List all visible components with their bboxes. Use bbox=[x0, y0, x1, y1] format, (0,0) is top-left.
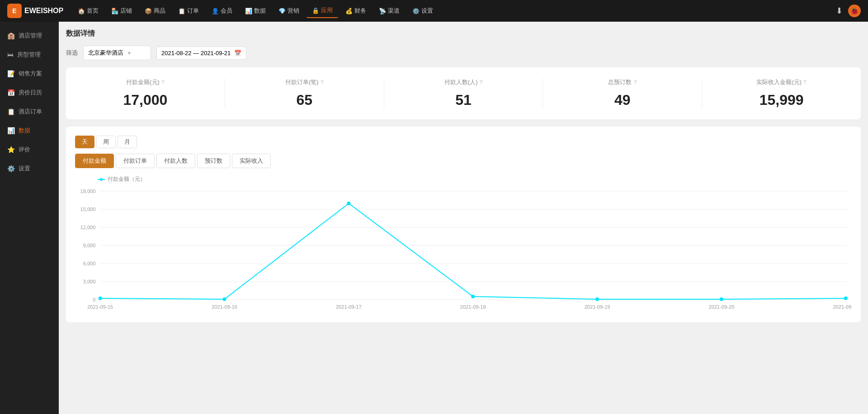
time-btn-week[interactable]: 周 bbox=[96, 136, 116, 148]
svg-point-22 bbox=[222, 297, 226, 301]
logo-text: EWEISHOP bbox=[24, 7, 63, 15]
svg-text:2021-09-19: 2021-09-19 bbox=[585, 304, 610, 310]
legend-label: 付款金额（元） bbox=[108, 175, 146, 183]
svg-point-26 bbox=[720, 297, 723, 301]
stat-label-row-2: 付款人数(人) ? bbox=[393, 78, 534, 86]
date-range-value: 2021-08-22 — 2021-09-21 bbox=[161, 50, 231, 56]
stat-label: 付款金额(元) bbox=[126, 78, 160, 86]
sidebar-item-hotel-order[interactable]: 📋 酒店订单 bbox=[0, 102, 59, 121]
nav-store[interactable]: 🏪 店铺 bbox=[106, 4, 137, 18]
sidebar-item-sales-plan[interactable]: 📝 销售方案 bbox=[0, 64, 59, 83]
help-icon-3[interactable]: ? bbox=[633, 79, 637, 85]
nav-member[interactable]: 👤 会员 bbox=[206, 4, 238, 18]
stat-value-actual-revenue: 15,999 bbox=[711, 92, 852, 108]
stat-value-payment-amount: 17,000 bbox=[75, 92, 216, 108]
chart-wrapper: 18,000 15,000 12,000 9,000 6,000 3,000 0 bbox=[75, 187, 852, 313]
help-icon-2[interactable]: ? bbox=[479, 79, 482, 85]
nav-channel[interactable]: 📡 渠道 bbox=[373, 4, 405, 18]
logo-icon: E bbox=[7, 4, 22, 18]
nav-marketing[interactable]: 💎 营销 bbox=[273, 4, 305, 18]
stat-payment-persons: 付款人数(人) ? 51 bbox=[384, 78, 543, 108]
metric-tabs: 付款金额 付款订单 付款人数 预订数 实际收入 bbox=[75, 154, 852, 168]
svg-point-23 bbox=[347, 202, 350, 205]
main-content: 数据详情 筛选 北京豪华酒店 ▼ 2021-08-22 — 2021-09-21… bbox=[59, 22, 868, 414]
sidebar: 🏨 酒店管理 🛏 房型管理 📝 销售方案 📅 房价日历 📋 酒店订单 📊 数据 … bbox=[0, 22, 59, 414]
chevron-down-icon: ▼ bbox=[127, 51, 132, 56]
svg-text:12,000: 12,000 bbox=[80, 225, 96, 230]
order-icon: 📋 bbox=[7, 108, 15, 115]
nav-home[interactable]: 🏠 首页 bbox=[72, 4, 104, 18]
legend-dot bbox=[98, 179, 105, 180]
sidebar-item-price-calendar[interactable]: 📅 房价日历 bbox=[0, 83, 59, 102]
sidebar-item-data[interactable]: 📊 数据 bbox=[0, 121, 59, 140]
svg-point-24 bbox=[471, 295, 475, 298]
svg-text:6,000: 6,000 bbox=[83, 261, 96, 266]
data-icon: 📊 bbox=[7, 127, 15, 134]
nav-finance[interactable]: 💰 财务 bbox=[340, 4, 372, 18]
nav-app[interactable]: 🔒 应用 bbox=[307, 4, 338, 18]
svg-text:2021-09-15: 2021-09-15 bbox=[87, 304, 113, 310]
nav-items: 🏠 首页 🏪 店铺 📦 商品 📋 订单 👤 会员 📊 数据 💎 营销 🔒 应用 … bbox=[72, 4, 836, 18]
svg-point-25 bbox=[595, 297, 599, 301]
top-navigation: E EWEISHOP 🏠 首页 🏪 店铺 📦 商品 📋 订单 👤 会员 📊 数据… bbox=[0, 0, 868, 22]
svg-text:3,000: 3,000 bbox=[83, 279, 96, 284]
settings-icon: ⚙️ bbox=[7, 165, 15, 172]
chart-section: 天 周 月 付款金额 付款订单 付款人数 预订数 实际收入 付款金额（元） bbox=[66, 127, 861, 322]
metric-tab-payment-amount[interactable]: 付款金额 bbox=[75, 154, 114, 168]
nav-settings[interactable]: ⚙️ 设置 bbox=[407, 4, 439, 18]
stat-payment-orders: 付款订单(笔) ? 65 bbox=[225, 78, 384, 108]
stat-value-payment-orders: 65 bbox=[234, 92, 375, 108]
stat-label-row-1: 付款订单(笔) ? bbox=[234, 78, 375, 86]
review-icon: ⭐ bbox=[7, 146, 15, 153]
sidebar-item-room-type[interactable]: 🛏 房型管理 bbox=[0, 45, 59, 64]
stat-total-reservations: 总预订数 ? 49 bbox=[543, 78, 702, 108]
stat-payment-amount: 付款金额(元) ? 17,000 bbox=[66, 78, 225, 108]
svg-point-27 bbox=[844, 296, 848, 300]
help-icon-1[interactable]: ? bbox=[321, 79, 324, 85]
chart-legend: 付款金额（元） bbox=[98, 175, 852, 183]
stat-label-2: 付款人数(人) bbox=[444, 78, 478, 86]
metric-tab-reservations[interactable]: 预订数 bbox=[197, 154, 230, 168]
metric-tab-payment-persons[interactable]: 付款人数 bbox=[156, 154, 195, 168]
svg-text:2021-09-17: 2021-09-17 bbox=[336, 304, 362, 310]
download-icon[interactable]: ⬇ bbox=[836, 6, 843, 16]
sidebar-item-settings[interactable]: ⚙️ 设置 bbox=[0, 159, 59, 178]
line-chart: 18,000 15,000 12,000 9,000 6,000 3,000 0 bbox=[75, 187, 852, 313]
sidebar-item-hotel-management[interactable]: 🏨 酒店管理 bbox=[0, 26, 59, 45]
stats-container: 付款金额(元) ? 17,000 付款订单(笔) ? 65 付款人数(人) ? … bbox=[66, 67, 861, 119]
plan-icon: 📝 bbox=[7, 70, 15, 77]
help-icon-0[interactable]: ? bbox=[161, 79, 165, 85]
hotel-icon: 🏨 bbox=[7, 32, 15, 39]
store-filter-value: 北京豪华酒店 bbox=[88, 49, 123, 57]
nav-order[interactable]: 📋 订单 bbox=[173, 4, 204, 18]
time-btn-day[interactable]: 天 bbox=[75, 136, 94, 148]
time-toggle: 天 周 月 bbox=[75, 136, 852, 148]
main-layout: 🏨 酒店管理 🛏 房型管理 📝 销售方案 📅 房价日历 📋 酒店订单 📊 数据 … bbox=[0, 22, 868, 414]
nav-data[interactable]: 📊 数据 bbox=[240, 4, 271, 18]
svg-text:2021-09-16: 2021-09-16 bbox=[212, 304, 237, 310]
store-filter-dropdown[interactable]: 北京豪华酒店 ▼ bbox=[83, 46, 151, 60]
metric-tab-actual-revenue[interactable]: 实际收入 bbox=[232, 154, 271, 168]
logo[interactable]: E EWEISHOP bbox=[7, 4, 63, 18]
sidebar-item-review[interactable]: ⭐ 评价 bbox=[0, 140, 59, 159]
svg-text:2021-09-20: 2021-09-20 bbox=[709, 304, 735, 310]
svg-point-21 bbox=[99, 296, 102, 300]
avatar[interactable]: 🐞 bbox=[848, 5, 861, 17]
nav-right: ⬇ 🐞 bbox=[836, 5, 861, 17]
date-range-picker[interactable]: 2021-08-22 — 2021-09-21 📅 bbox=[156, 47, 246, 60]
time-btn-month[interactable]: 月 bbox=[118, 136, 137, 148]
calendar-icon: 📅 bbox=[234, 50, 241, 56]
calendar-icon: 📅 bbox=[7, 89, 15, 96]
svg-text:15,000: 15,000 bbox=[80, 207, 96, 212]
metric-tab-payment-orders[interactable]: 付款订单 bbox=[116, 154, 155, 168]
stat-label-row-4: 实际收入金额(元) ? bbox=[711, 78, 852, 86]
stat-label-1: 付款订单(笔) bbox=[285, 78, 319, 86]
svg-text:2021-09-21: 2021-09-21 bbox=[833, 304, 852, 310]
help-icon-4[interactable]: ? bbox=[803, 79, 807, 85]
svg-text:18,000: 18,000 bbox=[80, 188, 96, 194]
stat-label-row: 付款金额(元) ? bbox=[75, 78, 216, 86]
stat-label-row-3: 总预订数 ? bbox=[552, 78, 693, 86]
page-title: 数据详情 bbox=[66, 29, 861, 38]
nav-product[interactable]: 📦 商品 bbox=[139, 4, 171, 18]
stat-value-total-reservations: 49 bbox=[552, 92, 693, 108]
